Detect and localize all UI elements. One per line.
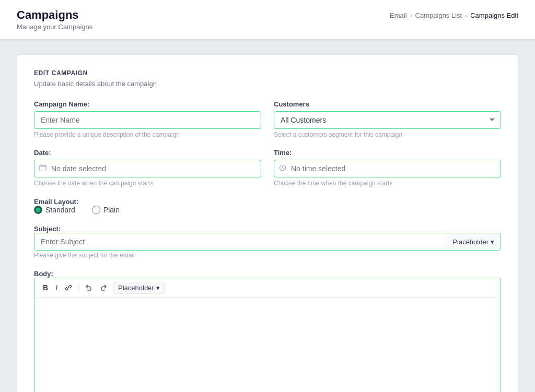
customers-label: Customers	[274, 100, 501, 108]
radio-plain[interactable]: Plain	[92, 206, 120, 214]
toolbar-placeholder-chevron-icon: ▾	[156, 284, 160, 292]
body-label: Body:	[34, 270, 53, 278]
toolbar-separator-1	[78, 283, 79, 292]
body-editor-wrapper: B I	[34, 278, 501, 392]
section-title: EDIT CAMPAIGN	[34, 69, 501, 77]
subject-hint: Please give the subject for the email	[34, 252, 135, 259]
subject-placeholder-label: Placeholder	[452, 238, 489, 246]
customers-select-wrapper: All Customers	[274, 111, 501, 129]
time-label: Time:	[274, 149, 501, 157]
time-input[interactable]	[274, 160, 501, 177]
date-input[interactable]	[34, 160, 261, 177]
toolbar-placeholder-label: Placeholder	[118, 284, 154, 292]
subject-input-wrapper: Placeholder ▾	[34, 233, 501, 251]
subject-input[interactable]	[34, 233, 446, 250]
clock-icon	[279, 164, 286, 173]
page-subtitle: Manage your Campaigns	[17, 23, 92, 31]
section-desc: Update basic details about the campaign	[34, 80, 501, 88]
toolbar-placeholder-button[interactable]: Placeholder ▾	[113, 282, 165, 294]
radio-plain-input[interactable]	[92, 206, 100, 214]
breadcrumb: Email › Campaigns List › Campaigns Edit	[390, 11, 518, 19]
date-group: Date: Choose the date when the campaign …	[34, 149, 261, 187]
breadcrumb-sep-1: ›	[410, 12, 412, 19]
toolbar-redo-button[interactable]	[97, 282, 110, 293]
customers-hint: Select a customers segment for this camp…	[274, 131, 501, 138]
campaign-name-input[interactable]	[34, 111, 261, 129]
campaign-name-label: Campaign Name:	[34, 100, 261, 108]
time-hint: Choose the time when the campaign starts	[274, 180, 501, 187]
toolbar-undo-button[interactable]	[82, 282, 96, 293]
radio-standard[interactable]: Standard	[34, 206, 75, 214]
radio-standard-input[interactable]	[34, 206, 42, 214]
page-title: Campaigns	[17, 8, 92, 22]
edit-campaign-card: EDIT CAMPAIGN Update basic details about…	[17, 54, 518, 392]
body-group: Body: B I	[34, 269, 501, 392]
subject-label: Subject:	[34, 225, 61, 233]
email-layout-radio-group: Standard Plain	[34, 206, 501, 214]
campaign-name-group: Campaign Name: Please provide a unique d…	[34, 100, 261, 138]
breadcrumb-sep-2: ›	[465, 12, 467, 19]
radio-standard-label: Standard	[45, 206, 75, 214]
subject-group: Subject: Placeholder ▾ Please give the s…	[34, 224, 501, 259]
radio-plain-label: Plain	[103, 206, 120, 214]
editor-toolbar: B I	[34, 278, 501, 298]
calendar-icon	[39, 164, 46, 173]
svg-rect-0	[40, 165, 46, 171]
time-group: Time: Choose the time when the campaign …	[274, 149, 501, 187]
breadcrumb-campaigns-edit: Campaigns Edit	[470, 11, 518, 19]
toolbar-bold-button[interactable]: B	[40, 281, 51, 294]
date-label: Date:	[34, 149, 261, 157]
customers-select[interactable]: All Customers	[274, 111, 501, 129]
campaign-name-hint: Please provide a unique description of t…	[34, 131, 261, 138]
time-input-wrapper	[274, 160, 501, 177]
breadcrumb-email: Email	[390, 11, 407, 19]
body-editor-content[interactable]	[34, 298, 501, 392]
toolbar-italic-button[interactable]: I	[52, 281, 61, 294]
subject-placeholder-button[interactable]: Placeholder ▾	[446, 233, 501, 250]
toolbar-link-button[interactable]	[62, 282, 75, 293]
customers-group: Customers All Customers Select a custome…	[274, 100, 501, 138]
email-layout-label: Email Layout:	[34, 198, 78, 206]
breadcrumb-campaigns-list: Campaigns List	[415, 11, 462, 19]
email-layout-group: Email Layout: Standard Plain	[34, 197, 501, 214]
date-hint: Choose the date when the campaign starts	[34, 180, 261, 187]
subject-placeholder-chevron-icon: ▾	[491, 238, 494, 246]
date-input-wrapper	[34, 160, 261, 177]
